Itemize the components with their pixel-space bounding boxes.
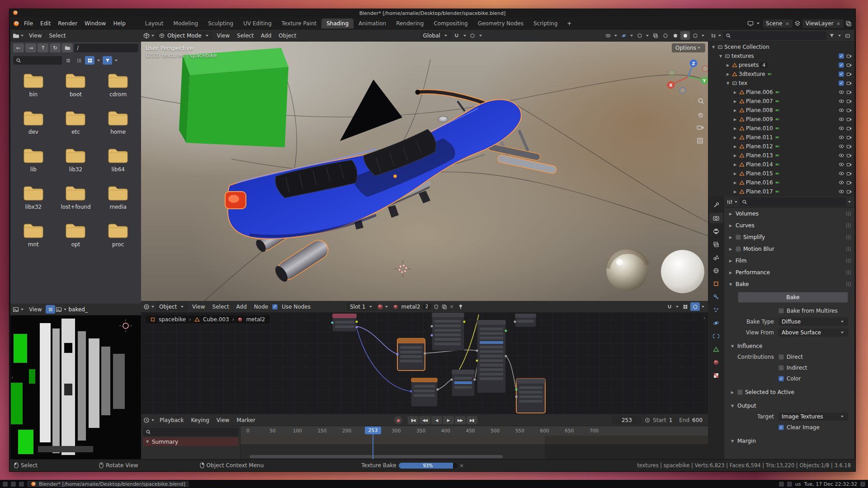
transform-orientation-dropdown[interactable]: Global — [420, 31, 452, 40]
keyboard-layout-indicator[interactable]: us — [795, 481, 801, 487]
jump-to-end-button[interactable]: ▶▮ — [467, 416, 477, 424]
tab-object[interactable] — [709, 278, 723, 289]
tab-object-data[interactable] — [709, 344, 723, 354]
folder-item[interactable]: etc — [65, 109, 86, 135]
workspace-tab[interactable]: Animation — [354, 19, 391, 28]
tab-world[interactable] — [709, 265, 723, 276]
material-users-count[interactable]: 2 — [423, 304, 431, 310]
node-preview-icon[interactable] — [690, 302, 700, 311]
outliner-row-textures[interactable]: textures — [708, 52, 854, 61]
menu-item[interactable]: Edit — [37, 19, 54, 28]
filter-toggle-button[interactable] — [103, 56, 112, 65]
image-editor-menu[interactable]: View — [25, 305, 45, 314]
folder-item[interactable]: mnt — [23, 222, 44, 248]
tab-constraints[interactable] — [709, 331, 723, 341]
render-visibility-icon[interactable] — [846, 162, 852, 167]
auto-keying-button[interactable]: ● — [394, 416, 402, 424]
workspace-tab[interactable]: Geometry Nodes — [473, 19, 528, 28]
outliner-row-plane[interactable]: Plane.007 — [708, 97, 854, 106]
outliner-row-plane[interactable]: Plane.013 — [708, 151, 854, 160]
color-checkbox[interactable] — [778, 376, 784, 381]
scene-selector[interactable]: Scene × — [763, 19, 793, 28]
editor-type-chevron-icon[interactable] — [151, 35, 154, 37]
slot-dropdown[interactable]: Slot 1 — [347, 302, 377, 311]
outliner-filter-icon[interactable] — [827, 31, 836, 40]
folder-item[interactable]: lib64 — [108, 147, 128, 173]
shader-editor-icon[interactable] — [143, 304, 150, 310]
timeline-editor-icon[interactable] — [143, 417, 150, 423]
node-overlay-icon[interactable] — [680, 302, 690, 311]
bake-type-dropdown[interactable]: Diffuse — [778, 318, 848, 326]
shader-menu[interactable]: Node — [250, 302, 272, 311]
collection-include-checkbox[interactable] — [839, 62, 844, 68]
panel-motion-blur[interactable]: Motion Blur — [724, 243, 854, 255]
timeline-menu[interactable]: Marker — [233, 416, 259, 425]
timeline-menu[interactable]: Playback — [156, 416, 188, 425]
editor-type-chevron-icon[interactable] — [21, 35, 24, 37]
render-visibility-icon[interactable] — [846, 126, 852, 131]
collection-include-checkbox[interactable] — [839, 80, 844, 86]
outliner-editor-icon[interactable] — [710, 33, 717, 39]
render-visibility-icon[interactable] — [846, 53, 852, 59]
margin-subpanel[interactable]: Margin — [724, 436, 854, 446]
hide-viewport-icon[interactable] — [839, 117, 844, 122]
scene-dropdown-chevron-icon[interactable] — [757, 23, 760, 24]
browse-material-chevron-icon[interactable] — [385, 306, 388, 308]
shading-chevron-icon[interactable] — [702, 35, 704, 37]
vertical-list-view-button[interactable] — [63, 56, 73, 65]
motion-blur-checkbox[interactable] — [736, 246, 741, 252]
scene-unlink-icon[interactable]: × — [785, 21, 789, 27]
shading-material-button[interactable] — [680, 31, 690, 40]
collection-include-checkbox[interactable] — [839, 53, 844, 59]
node-snap-chevron-icon[interactable] — [676, 306, 679, 308]
new-viewlayer-icon[interactable] — [845, 20, 852, 27]
end-frame-field[interactable]: End 600 — [676, 416, 706, 424]
panel-bake[interactable]: Bake — [724, 278, 854, 290]
viewport-menu[interactable]: View — [213, 31, 233, 40]
viewport-menu[interactable]: Select — [233, 31, 257, 40]
mode-dropdown[interactable]: Object Mode — [156, 31, 213, 40]
timeline-horizontal-scrollbar[interactable] — [250, 455, 503, 458]
play-reverse-button[interactable]: ◀ — [431, 416, 442, 424]
workspace-tab[interactable]: Scripting — [528, 19, 562, 28]
snap-magnet-icon[interactable] — [452, 31, 462, 40]
current-frame-field[interactable]: 253 — [612, 416, 641, 424]
channel-search-input[interactable] — [143, 427, 238, 436]
folder-item[interactable]: boot — [65, 72, 86, 98]
path-field[interactable]: / — [74, 44, 138, 52]
tab-particles[interactable] — [709, 305, 723, 315]
next-keyframe-button[interactable]: ▶▶ — [455, 416, 466, 424]
workspace-tab[interactable]: Modeling — [169, 19, 203, 28]
properties-filter-chevron-icon[interactable] — [848, 201, 851, 203]
folder-item[interactable]: lost+found — [61, 184, 90, 210]
shader-menu[interactable]: Select — [209, 302, 233, 311]
gizmos-toggle-icon[interactable] — [619, 31, 628, 40]
render-visibility-icon[interactable] — [846, 80, 852, 86]
outliner-row-plane[interactable]: Plane.015 — [708, 169, 854, 178]
collection-include-checkbox[interactable] — [839, 71, 844, 77]
folder-item[interactable]: lib32 — [65, 147, 86, 173]
node-graph[interactable] — [141, 313, 708, 414]
tab-modifiers[interactable] — [709, 291, 723, 302]
proportional-chevron-icon[interactable] — [479, 35, 482, 37]
viewlayer-selector[interactable]: ViewLayer × — [802, 19, 844, 28]
cancel-bake-icon[interactable]: × — [460, 463, 464, 469]
options-dropdown[interactable]: Options — [672, 43, 705, 52]
outliner-row-plane[interactable]: Plane.010 — [708, 124, 854, 133]
editor-type-chevron-icon[interactable] — [21, 309, 24, 310]
target-dropdown[interactable]: Image Textures — [778, 413, 848, 421]
outliner-row-plane[interactable]: Plane.008 — [708, 106, 854, 115]
selected-to-active-subpanel[interactable]: Selected to Active — [724, 387, 854, 398]
tab-output[interactable] — [709, 226, 723, 236]
render-visibility-icon[interactable] — [846, 144, 852, 149]
proportional-edit-icon[interactable] — [468, 31, 477, 40]
thumbnail-view-button[interactable] — [85, 56, 94, 65]
workspace-tab[interactable]: Shading — [321, 19, 354, 28]
new-collection-button[interactable] — [843, 31, 852, 40]
drag-grip-icon[interactable] — [846, 235, 851, 239]
influence-subpanel[interactable]: Influence — [724, 341, 854, 352]
tab-tool[interactable] — [709, 200, 723, 210]
region-toggle-icon[interactable]: › — [11, 375, 13, 380]
folder-item[interactable]: bin — [23, 72, 44, 98]
shader-type-dropdown[interactable]: Object — [156, 302, 188, 311]
